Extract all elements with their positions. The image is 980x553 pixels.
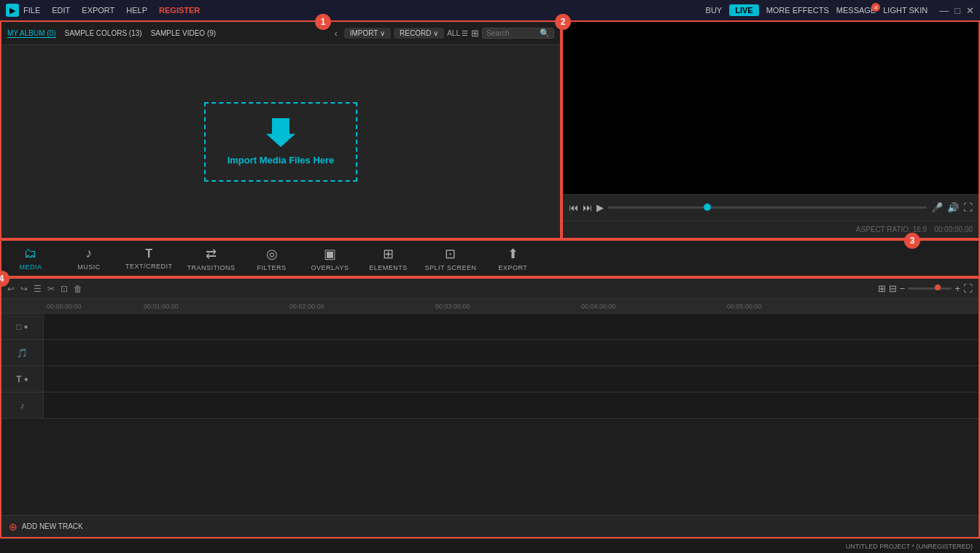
media-library-panel: 1 MY ALBUM (0) SAMPLE COLORS (13) SAMPLE… [0, 20, 561, 239]
ruler-mark-3: 00:03:00:00 [435, 303, 470, 310]
maximize-button[interactable]: □ [954, 5, 960, 16]
zoom-fit-button[interactable]: ⊞ [878, 283, 886, 294]
overlays-tab-label: OVERLAYS [311, 264, 349, 271]
add-new-track-button[interactable]: ⊕ ADD NEW TRACK [1, 515, 979, 537]
video-track-icon: □ [16, 322, 21, 332]
close-button[interactable]: ✕ [966, 5, 974, 16]
message-button[interactable]: MESSAGE 4 [836, 6, 876, 15]
menu-help[interactable]: HELP [126, 6, 147, 15]
menu-file[interactable]: FILE [23, 6, 40, 15]
detach-button[interactable]: ⊡ [61, 284, 68, 294]
ruler-mark-4: 00:04:00:00 [581, 303, 616, 310]
record-button[interactable]: RECORD ∨ [394, 28, 444, 39]
track-content-audio[interactable] [44, 340, 979, 366]
video-track-eye[interactable]: ● [24, 322, 28, 330]
text-track-eye[interactable]: ● [24, 375, 28, 383]
app-logo: ▶ [6, 4, 19, 17]
search-box[interactable]: 🔍 [482, 28, 554, 39]
app-wrapper: ▶ FILE EDIT EXPORT HELP REGISTER BUY LIV… [0, 0, 980, 553]
top-panels: 1 MY ALBUM (0) SAMPLE COLORS (13) SAMPLE… [0, 20, 980, 239]
filters-tab-icon: ◎ [266, 246, 278, 262]
import-drop-text: Import Media Files Here [228, 155, 335, 166]
import-drop-zone[interactable]: Import Media Files Here [204, 102, 358, 182]
elements-tab-label: ELEMENTS [369, 264, 408, 271]
redo-button[interactable]: ↪ [20, 284, 28, 294]
import-arrow-icon [266, 118, 295, 147]
menu-bar: FILE EDIT EXPORT HELP REGISTER [23, 6, 701, 15]
tab-filters[interactable]: ◎ FILTERS [250, 246, 294, 271]
live-button[interactable]: LIVE [729, 4, 758, 16]
transitions-tab-icon: ⇄ [206, 246, 217, 262]
skip-start-button[interactable]: ⏮ [569, 202, 578, 213]
playback-progress[interactable] [608, 206, 927, 209]
add-track-label: ADD NEW TRACK [22, 522, 83, 530]
zoom-out-button[interactable]: ⊟ [889, 283, 897, 294]
tab-elements[interactable]: ⊞ ELEMENTS [367, 246, 411, 271]
content-area: 1 MY ALBUM (0) SAMPLE COLORS (13) SAMPLE… [0, 20, 980, 553]
tab-text-credit[interactable]: T TEXT/CREDIT [125, 247, 173, 270]
export-tab-label: EXPORT [498, 264, 527, 271]
track-row-video: □ ● [1, 314, 979, 340]
timeline-tracks: □ ● 🎵 T ● [1, 314, 979, 515]
minimize-button[interactable]: — [939, 5, 949, 16]
album-tab-samplecolors[interactable]: SAMPLE COLORS (13) [65, 29, 142, 38]
album-tab-myalbum[interactable]: MY ALBUM (0) [7, 29, 56, 38]
message-badge: 4 [871, 3, 880, 12]
zoom-minus-button[interactable]: − [900, 283, 906, 294]
zoom-plus-button[interactable]: + [954, 283, 960, 294]
text-tab-label: TEXT/CREDIT [125, 263, 173, 270]
all-view-button[interactable]: ALL ☰ [447, 29, 468, 37]
tab-export[interactable]: ⬆ EXPORT [491, 246, 534, 271]
delete-button[interactable]: 🗑 [74, 284, 82, 294]
timecode-display: 00:00:00.00 [934, 225, 973, 233]
import-button[interactable]: IMPORT ∨ [344, 28, 391, 39]
preview-controls: ⏮ ⏭ ▶ 🎤 🔊 ⛶ [563, 194, 979, 220]
timeline-settings-button[interactable]: ☰ [34, 284, 42, 294]
splitscreen-tab-label: SPLIT SCREEN [425, 264, 477, 271]
tab-media[interactable]: 🗂 MEDIA [9, 246, 52, 271]
track-content-video[interactable] [44, 314, 979, 339]
nav-back-button[interactable]: ‹ [332, 28, 340, 39]
tabs-bar: 3 🗂 MEDIA ♪ MUSIC T TEXT/CREDIT ⇄ TRANSI… [0, 239, 980, 277]
menu-export[interactable]: EXPORT [82, 6, 114, 15]
album-header: MY ALBUM (0) SAMPLE COLORS (13) SAMPLE V… [1, 22, 560, 45]
fullscreen-button[interactable]: ⛶ [963, 202, 973, 213]
track-content-text[interactable] [44, 366, 979, 392]
elements-tab-icon: ⊞ [383, 246, 394, 262]
preview-screen [563, 22, 979, 194]
tab-splitscreen[interactable]: ⊡ SPLIT SCREEN [425, 246, 477, 271]
search-input[interactable] [486, 29, 537, 37]
album-body: Import Media Files Here [1, 45, 560, 238]
volume-icon[interactable]: 🔊 [947, 202, 959, 213]
track-row-audio: 🎵 [1, 340, 979, 366]
text-track-icon: T [16, 374, 21, 384]
track-row-music: ♪ [1, 392, 979, 419]
zoom-expand-button[interactable]: ⛶ [963, 283, 973, 294]
undo-button[interactable]: ↩ [7, 284, 15, 294]
album-content: Import Media Files Here [1, 45, 560, 238]
tab-music[interactable]: ♪ MUSIC [67, 246, 111, 271]
tab-overlays[interactable]: ▣ OVERLAYS [308, 246, 352, 271]
microphone-icon[interactable]: 🎤 [931, 202, 943, 213]
more-effects-button[interactable]: MORE EFFECTS [766, 6, 829, 15]
grid-view-icon[interactable]: ⊞ [471, 28, 479, 39]
play-button[interactable]: ▶ [596, 202, 604, 213]
tab-transitions[interactable]: ⇄ TRANSITIONS [187, 246, 236, 271]
overlays-tab-icon: ▣ [324, 246, 336, 262]
zoom-controls: ⊞ ⊟ − + ⛶ [878, 283, 973, 294]
menu-edit[interactable]: EDIT [52, 6, 70, 15]
aspect-ratio-label: ASPECT RATIO: 16:9 [856, 225, 927, 233]
light-skin-button[interactable]: LIGHT SKIN [883, 6, 928, 15]
cut-button[interactable]: ✂ [47, 284, 55, 294]
filters-tab-label: FILTERS [257, 264, 287, 271]
media-tab-icon: 🗂 [24, 246, 37, 261]
menu-register[interactable]: REGISTER [159, 6, 200, 15]
album-tab-samplevideo[interactable]: SAMPLE VIDEO (9) [151, 29, 216, 38]
zoom-slider[interactable] [908, 287, 952, 290]
text-tab-icon: T [145, 247, 152, 260]
album-tabs: MY ALBUM (0) SAMPLE COLORS (13) SAMPLE V… [7, 29, 328, 38]
status-bar: UNTITLED PROJECT * (UNREGISTERED) [0, 538, 980, 553]
track-content-music[interactable] [44, 392, 979, 418]
buy-button[interactable]: BUY [706, 6, 723, 15]
skip-back-button[interactable]: ⏭ [583, 202, 592, 213]
